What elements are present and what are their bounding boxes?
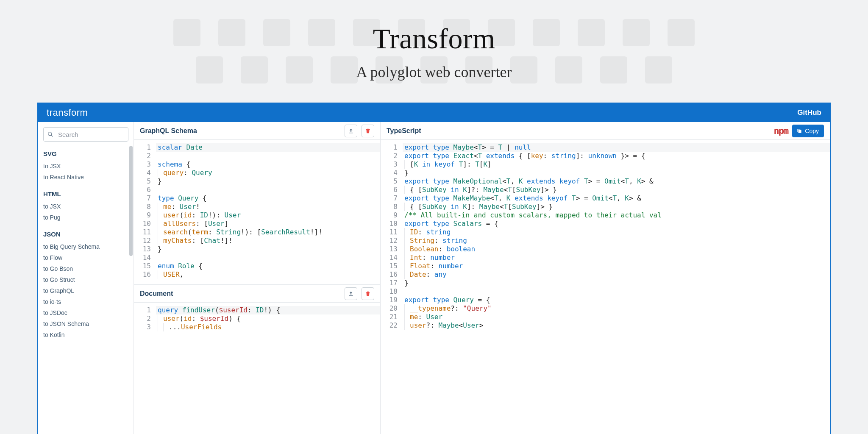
hero-subtitle: A polyglot web converter: [356, 63, 512, 81]
topbar: transform GitHub: [38, 103, 830, 122]
npm-badge[interactable]: npm: [774, 125, 788, 136]
copy-icon: [796, 128, 802, 134]
sidebar-item[interactable]: to Go Struct: [43, 274, 128, 285]
sidebar-item[interactable]: to Pug: [43, 212, 128, 223]
panel-title-schema: GraphQL Schema: [140, 127, 197, 135]
upload-button[interactable]: [345, 287, 357, 300]
panel-header-document: Document: [134, 285, 380, 303]
github-link[interactable]: GitHub: [797, 108, 821, 117]
panel-header-output: TypeScript npm Copy: [381, 122, 830, 140]
sidebar: SVGto JSXto React NativeHTMLto JSXto Pug…: [38, 122, 134, 434]
sidebar-item[interactable]: to JSX: [43, 161, 128, 172]
svg-point-0: [48, 132, 52, 136]
copy-button[interactable]: Copy: [792, 125, 824, 137]
clear-button[interactable]: [362, 125, 374, 137]
sidebar-heading: JSON: [43, 231, 128, 238]
document-editor[interactable]: 123 query findUser($userId: ID!) {user(i…: [134, 303, 380, 434]
svg-line-1: [51, 135, 53, 137]
sidebar-heading: SVG: [43, 150, 128, 157]
sidebar-item[interactable]: to Kotlin: [43, 329, 128, 340]
sidebar-heading: HTML: [43, 190, 128, 198]
sidebar-item[interactable]: to Flow: [43, 252, 128, 263]
copy-button-label: Copy: [805, 128, 819, 134]
sidebar-item[interactable]: to Go Bson: [43, 263, 128, 274]
schema-editor[interactable]: 12345678910111213141516 scalar Dateschem…: [134, 140, 380, 285]
app-window: transform GitHub SVGto JSXto React Nativ…: [37, 103, 831, 434]
hero-title: Transform: [373, 22, 495, 56]
sidebar-item[interactable]: to Big Query Schema: [43, 241, 128, 252]
brand-logo: transform: [47, 107, 88, 118]
sidebar-item[interactable]: to JSON Schema: [43, 318, 128, 329]
search-icon: [47, 131, 53, 137]
sidebar-item[interactable]: to JSDoc: [43, 307, 128, 318]
search-input[interactable]: [43, 127, 128, 142]
sidebar-item[interactable]: to GraphQL: [43, 285, 128, 296]
hero-banner: Transform A polyglot web converter: [0, 0, 868, 103]
sidebar-item[interactable]: to React Native: [43, 172, 128, 183]
sidebar-item[interactable]: to io-ts: [43, 296, 128, 307]
sidebar-scrollbar[interactable]: [129, 146, 133, 256]
sidebar-item[interactable]: to JSX: [43, 201, 128, 212]
panel-header-schema: GraphQL Schema: [134, 122, 380, 140]
upload-button[interactable]: [345, 125, 357, 137]
panel-title-output: TypeScript: [387, 127, 421, 135]
panel-title-document: Document: [140, 290, 173, 298]
output-editor[interactable]: 12345678910111213141516171819202122 expo…: [381, 140, 830, 434]
clear-button[interactable]: [362, 287, 374, 300]
